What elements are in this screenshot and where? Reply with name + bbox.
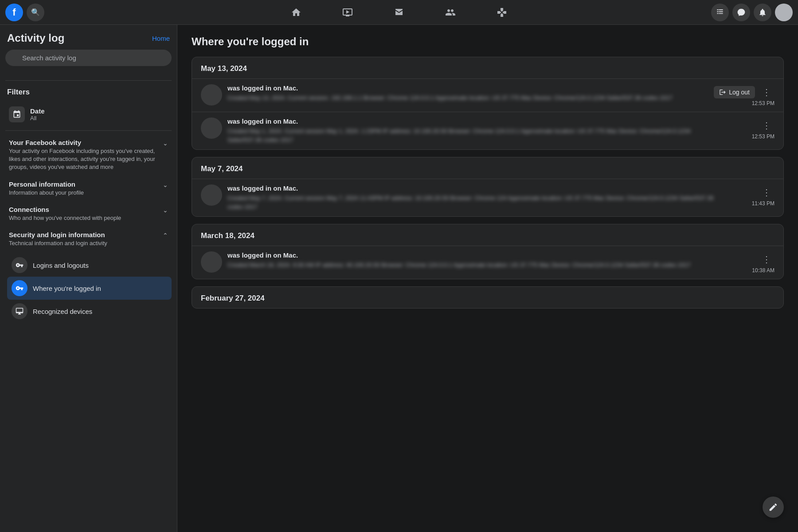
log-title: was logged in on Mac. bbox=[227, 184, 721, 192]
log-entry: was logged in on Mac.Created May 13, 202… bbox=[192, 78, 783, 112]
date-group: February 27, 2024 bbox=[192, 286, 784, 309]
log-avatar bbox=[201, 184, 222, 206]
user-avatar[interactable] bbox=[775, 4, 793, 21]
log-details: Created May 1, 2024. Current session May… bbox=[227, 127, 721, 144]
section-your-activity[interactable]: Your Facebook activity Your activity on … bbox=[5, 134, 172, 176]
video-icon bbox=[342, 7, 353, 18]
log-actions: ⋮ bbox=[759, 117, 775, 133]
section-your-activity-desc: Your activity on Facebook including post… bbox=[9, 147, 163, 172]
section-your-activity-title-wrap: Your Facebook activity Your activity on … bbox=[9, 139, 163, 172]
log-time: 12:53 PM bbox=[752, 100, 775, 106]
log-out-button[interactable]: Log out bbox=[714, 86, 755, 98]
logout-icon bbox=[719, 89, 726, 96]
sidebar-title: Activity log bbox=[7, 32, 64, 44]
section-connections-title: Connections bbox=[9, 206, 121, 213]
search-input[interactable] bbox=[5, 50, 172, 66]
log-time: 11:43 PM bbox=[752, 200, 775, 207]
filters-label: Filters bbox=[5, 84, 172, 100]
date-filter[interactable]: Date All bbox=[5, 102, 172, 127]
section-connections-desc: Who and how you've connected with people bbox=[9, 214, 121, 222]
section-connections-title-wrap: Connections Who and how you've connected… bbox=[9, 206, 121, 222]
messenger-icon bbox=[737, 8, 746, 17]
date-label: March 18, 2024 bbox=[192, 224, 783, 246]
topnav-left: f 🔍 bbox=[5, 4, 94, 21]
log-entry: was logged in on Mac.Created May 7, 2024… bbox=[192, 179, 783, 216]
where-logged-in-icon bbox=[12, 280, 27, 296]
sub-item-recognized-devices[interactable]: Recognized devices bbox=[7, 300, 172, 323]
nav-video-button[interactable] bbox=[323, 2, 372, 23]
log-time: 12:53 PM bbox=[752, 133, 775, 140]
log-more-button[interactable]: ⋮ bbox=[759, 117, 775, 133]
home-icon bbox=[291, 7, 301, 18]
nav-friends-button[interactable] bbox=[426, 2, 475, 23]
section-connections[interactable]: Connections Who and how you've connected… bbox=[5, 201, 172, 227]
notifications-button[interactable] bbox=[754, 4, 771, 21]
layout: Activity log Home 🔍 Filters Date All You… bbox=[0, 25, 798, 532]
gaming-icon bbox=[497, 7, 507, 18]
date-group: May 13, 2024was logged in on Mac.Created… bbox=[192, 57, 784, 150]
divider-1 bbox=[5, 80, 172, 81]
sub-item-logins[interactable]: Logins and logouts bbox=[7, 254, 172, 277]
log-body: was logged in on Mac.Created May 7, 2024… bbox=[227, 184, 721, 211]
search-icon: 🔍 bbox=[31, 8, 40, 16]
log-actions: Log out⋮ bbox=[714, 84, 775, 100]
messenger-button[interactable] bbox=[732, 4, 750, 21]
facebook-logo[interactable]: f bbox=[5, 4, 23, 21]
log-body: was logged in on Mac.Created May 13, 202… bbox=[227, 84, 708, 102]
grid-menu-button[interactable] bbox=[711, 4, 729, 21]
home-link[interactable]: Home bbox=[152, 35, 170, 42]
log-body: was logged in on Mac.Created March 18, 2… bbox=[227, 251, 721, 270]
section-connections-header: Connections Who and how you've connected… bbox=[9, 206, 168, 222]
date-groups-container: May 13, 2024was logged in on Mac.Created… bbox=[192, 57, 784, 309]
date-filter-text: Date All bbox=[30, 107, 45, 121]
log-details: Created May 7, 2024. Current session May… bbox=[227, 194, 721, 211]
chevron-down-icon-3: ⌄ bbox=[163, 207, 168, 214]
log-entry-right: ⋮12:53 PM bbox=[721, 117, 775, 140]
section-security-title-wrap: Security and login information Technical… bbox=[9, 231, 107, 247]
recognized-devices-label: Recognized devices bbox=[33, 308, 92, 315]
marketplace-icon bbox=[394, 7, 404, 18]
sub-items: Logins and logouts Where you're logged i… bbox=[5, 254, 172, 323]
chevron-down-icon: ⌄ bbox=[163, 140, 168, 147]
log-details: Created March 18, 2024. 9:30 AM IP addre… bbox=[227, 261, 721, 270]
logins-icon bbox=[12, 257, 27, 273]
log-avatar bbox=[201, 251, 222, 273]
date-filter-title: Date bbox=[30, 107, 45, 115]
sidebar: Activity log Home 🔍 Filters Date All You… bbox=[0, 25, 177, 532]
log-entry-right: ⋮11:43 PM bbox=[721, 184, 775, 207]
section-personal-info-desc: Information about your profile bbox=[9, 189, 84, 197]
log-actions: ⋮ bbox=[759, 251, 775, 267]
topnav-search-button[interactable]: 🔍 bbox=[27, 4, 44, 21]
divider-2 bbox=[5, 130, 172, 131]
topnav-center bbox=[94, 2, 704, 23]
recognized-devices-icon bbox=[12, 303, 27, 319]
topnav: f 🔍 bbox=[0, 0, 798, 25]
log-avatar bbox=[201, 84, 222, 106]
date-group: March 18, 2024was logged in on Mac.Creat… bbox=[192, 224, 784, 279]
log-more-button[interactable]: ⋮ bbox=[759, 184, 775, 200]
nav-gaming-button[interactable] bbox=[477, 2, 527, 23]
section-your-activity-title: Your Facebook activity bbox=[9, 139, 163, 146]
section-security-desc: Technical information and login activity bbox=[9, 239, 107, 247]
log-more-button[interactable]: ⋮ bbox=[759, 251, 775, 267]
section-personal-info[interactable]: Personal information Information about y… bbox=[5, 176, 172, 201]
topnav-right bbox=[704, 4, 793, 21]
section-personal-info-title: Personal information bbox=[9, 180, 84, 188]
date-filter-icon bbox=[9, 106, 25, 122]
log-title: was logged in on Mac. bbox=[227, 117, 721, 125]
date-label: February 27, 2024 bbox=[192, 287, 783, 308]
nav-marketplace-button[interactable] bbox=[374, 2, 424, 23]
section-security[interactable]: Security and login information Technical… bbox=[5, 227, 172, 252]
grid-icon bbox=[716, 8, 724, 17]
sub-item-where-logged-in[interactable]: Where you're logged in bbox=[7, 277, 172, 300]
ellipsis-icon: ⋮ bbox=[762, 254, 771, 265]
sidebar-header: Activity log Home bbox=[5, 32, 172, 44]
date-group: May 7, 2024was logged in on Mac.Created … bbox=[192, 157, 784, 217]
notifications-icon bbox=[758, 8, 767, 17]
nav-home-button[interactable] bbox=[271, 2, 321, 23]
float-edit-button[interactable] bbox=[763, 497, 784, 518]
log-entry: was logged in on Mac.Created March 18, 2… bbox=[192, 246, 783, 279]
log-title: was logged in on Mac. bbox=[227, 251, 721, 259]
search-bar-wrap: 🔍 bbox=[5, 50, 172, 73]
log-more-button[interactable]: ⋮ bbox=[759, 84, 775, 100]
